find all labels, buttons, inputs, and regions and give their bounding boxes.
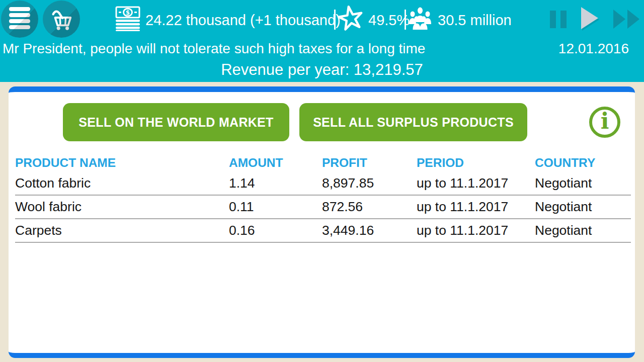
cell-profit: 8,897.85 [322,175,417,191]
news-ticker: Mr President, people will not tolerate s… [3,41,641,58]
budget-indicator[interactable]: $ 24.22 thousand (+1 thousand) [115,4,341,36]
pause-icon [550,11,567,28]
cell-product-name: Wool fabric [15,199,229,215]
menu-button[interactable] [1,1,38,38]
cell-product-name: Carpets [15,223,229,238]
svg-text:$: $ [126,9,130,16]
play-button[interactable] [581,0,600,38]
sell-all-surplus-button[interactable]: SELL ALL SURPLUS PRODUCTS [299,103,527,141]
cell-amount: 0.11 [229,199,322,215]
table-row[interactable]: Wool fabric 0.11 872.56 up to 11.1.2017 … [15,196,631,219]
contracts-table: PRODUCT NAME AMOUNT PROFIT PERIOD COUNTR… [15,154,631,243]
fast-forward-button[interactable] [613,0,640,38]
population-icon [407,7,433,34]
cell-amount: 0.16 [229,223,322,238]
header-period: PERIOD [417,156,535,170]
fast-forward-icon [613,9,640,29]
population-indicator[interactable]: 30.5 million [407,4,512,36]
cart-icon [49,6,74,33]
top-hud: $ 24.22 thousand (+1 thousand) 49.5% [0,0,644,82]
pause-button[interactable] [550,0,567,38]
sell-world-market-button[interactable]: SELL ON THE WORLD MARKET [63,103,289,141]
cell-country: Negotiant [535,175,631,191]
game-date: 12.01.2016 [558,41,629,57]
header-amount: AMOUNT [229,156,322,170]
table-row[interactable]: Cotton fabric 1.14 8,897.85 up to 11.1.2… [15,172,631,196]
cell-period: up to 11.1.2017 [417,175,535,191]
cell-period: up to 11.1.2017 [417,223,535,238]
shop-button[interactable] [43,1,80,38]
advisor-message: Mr President, people will not tolerate s… [3,41,425,57]
cell-product-name: Cotton fabric [15,175,229,191]
cell-profit: 3,449.16 [322,223,417,238]
cell-amount: 1.14 [229,175,322,191]
header-country: COUNTRY [535,156,631,170]
cell-period: up to 11.1.2017 [417,199,535,215]
rating-value: 49.5% [368,12,410,29]
menu-icon [8,6,31,33]
header-profit: PROFIT [322,156,417,170]
stat-separator [405,10,406,30]
play-icon [581,7,600,31]
table-row[interactable]: Carpets 0.16 3,449.16 up to 11.1.2017 Ne… [15,219,631,243]
trade-panel: SELL ON THE WORLD MARKET SELL ALL SURPLU… [9,86,635,358]
cell-country: Negotiant [535,223,631,238]
population-value: 30.5 million [438,12,512,29]
star-icon [338,5,364,36]
cell-profit: 872.56 [322,199,417,215]
table-header-row: PRODUCT NAME AMOUNT PROFIT PERIOD COUNTR… [15,154,631,172]
game-screen: $ 24.22 thousand (+1 thousand) 49.5% [0,0,644,362]
info-button[interactable]: i [589,107,620,138]
header-product-name: PRODUCT NAME [15,156,229,170]
info-icon: i [601,110,609,132]
rating-indicator[interactable]: 49.5% [338,4,410,36]
cell-country: Negotiant [535,199,631,215]
money-icon: $ [115,6,141,35]
stat-separator [334,10,336,30]
revenue-per-year: Revenue per year: 13,219.57 [0,61,644,79]
budget-value: 24.22 thousand (+1 thousand) [145,12,341,29]
